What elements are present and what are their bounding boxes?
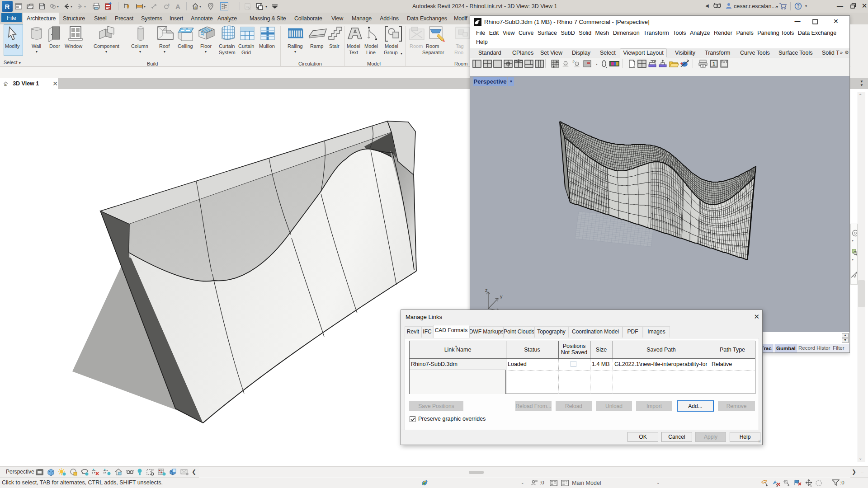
svg-text:y: y — [500, 294, 503, 299]
svg-text:z: z — [485, 287, 488, 293]
svg-text:2: 2 — [572, 60, 575, 64]
svg-text:1: 1 — [712, 61, 715, 66]
svg-text:?: ? — [797, 4, 800, 9]
svg-text:o: o — [168, 3, 170, 6]
